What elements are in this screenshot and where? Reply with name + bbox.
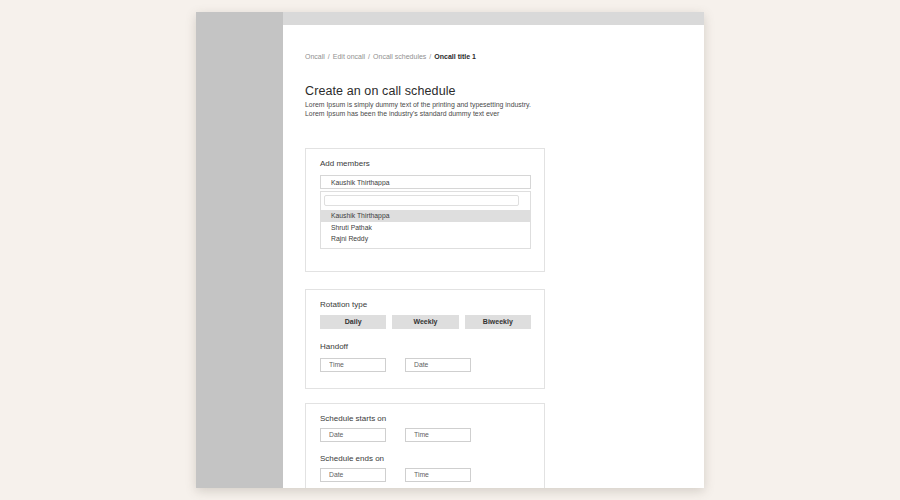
handoff-fields [320, 358, 531, 372]
handoff-time-input[interactable] [320, 358, 386, 372]
rotation-biweekly-button[interactable]: Biweekly [465, 315, 531, 329]
rotation-weekly-button[interactable]: Weekly [392, 315, 458, 329]
add-members-label: Add members [320, 159, 531, 168]
breadcrumb-item-edit-oncall[interactable]: Edit oncall [333, 53, 365, 61]
main-column: Oncall / Edit oncall / Oncall schedules … [283, 53, 704, 488]
breadcrumb-item-oncall[interactable]: Oncall [305, 53, 325, 61]
member-option[interactable]: Shruti Pathak [321, 222, 530, 234]
handoff-date-input[interactable] [405, 358, 471, 372]
members-dropdown: Kaushik Thirthappa Shruti Pathak Rajni R… [320, 191, 531, 249]
members-option-list: Kaushik Thirthappa Shruti Pathak Rajni R… [321, 210, 530, 245]
selected-member-field[interactable] [320, 175, 531, 189]
start-time-input[interactable] [405, 428, 471, 442]
app-window: Oncall / Edit oncall / Oncall schedules … [196, 12, 704, 488]
content-area: Oncall / Edit oncall / Oncall schedules … [283, 12, 704, 488]
rotation-type-label: Rotation type [320, 300, 531, 309]
handoff-label: Handoff [320, 342, 531, 351]
add-members-card: Add members Kaushik Thirthappa Shruti Pa… [305, 148, 545, 272]
member-option[interactable]: Kaushik Thirthappa [321, 210, 530, 222]
schedule-ends-fields [320, 468, 531, 482]
sidebar-placeholder [196, 12, 283, 488]
breadcrumb-item-current: Oncall title 1 [434, 53, 476, 61]
top-bar-placeholder [283, 12, 704, 25]
member-option[interactable]: Rajni Reddy [321, 233, 530, 245]
breadcrumb-separator: / [429, 53, 431, 61]
schedule-ends-label: Schedule ends on [320, 454, 531, 463]
breadcrumb: Oncall / Edit oncall / Oncall schedules … [305, 53, 704, 61]
schedule-starts-label: Schedule starts on [320, 414, 531, 423]
end-date-input[interactable] [320, 468, 386, 482]
page-description: Lorem Ipsum is simply dummy text of the … [305, 101, 538, 118]
schedule-starts-fields [320, 428, 531, 442]
start-date-input[interactable] [320, 428, 386, 442]
breadcrumb-separator: / [368, 53, 370, 61]
schedule-dates-card: Schedule starts on Schedule ends on [305, 403, 545, 488]
breadcrumb-separator: / [328, 53, 330, 61]
page-title: Create an on call schedule [305, 85, 704, 98]
end-time-input[interactable] [405, 468, 471, 482]
member-search-input[interactable] [324, 195, 519, 206]
breadcrumb-item-oncall-schedules[interactable]: Oncall schedules [373, 53, 426, 61]
rotation-daily-button[interactable]: Daily [320, 315, 386, 329]
rotation-type-card: Rotation type Daily Weekly Biweekly Hand… [305, 289, 545, 389]
rotation-options: Daily Weekly Biweekly [320, 315, 531, 329]
